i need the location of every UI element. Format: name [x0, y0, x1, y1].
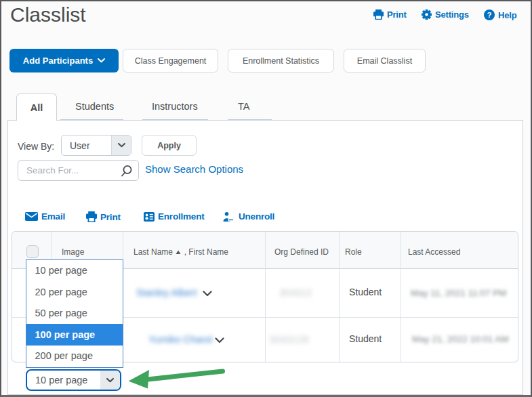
svg-text:?: ? [487, 11, 492, 19]
